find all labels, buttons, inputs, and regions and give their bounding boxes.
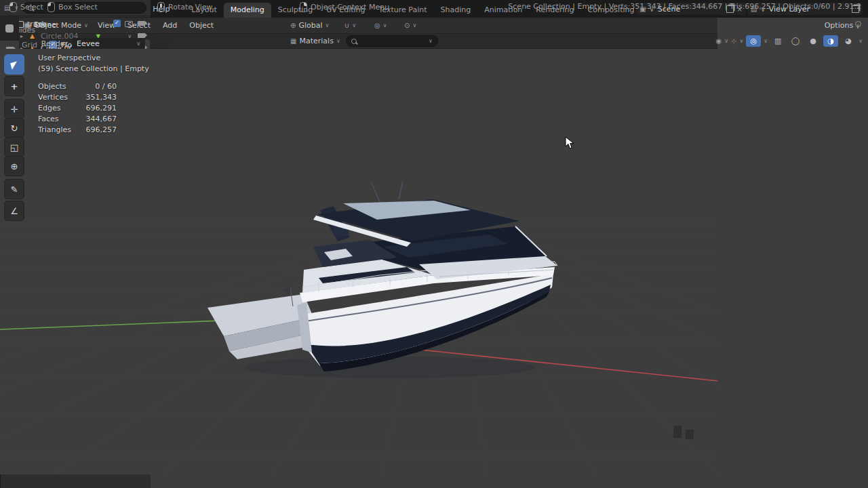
overlays-icon: ◎ [750, 37, 757, 45]
rotate-icon: ↻ [11, 123, 18, 134]
pin-icon[interactable] [855, 21, 861, 27]
visibility-dropdown[interactable]: ◉∨ [715, 37, 728, 45]
measure-icon: ∠ [10, 206, 18, 216]
gizmo-dropdown[interactable]: ⊙∨ [404, 22, 416, 29]
shading-dropdown-arrow[interactable]: ∨ [859, 38, 863, 44]
move-tool[interactable]: ✛ [4, 99, 24, 119]
cursor-tool[interactable]: + [4, 76, 24, 96]
hint-box-select: Box Select [47, 2, 98, 12]
expand-arrow-icon[interactable]: ▸ [20, 33, 23, 39]
tool-icon [5, 24, 14, 33]
menu-object[interactable]: Object [186, 21, 216, 30]
gizmo-icon: ⊙ [404, 22, 410, 29]
select-box-tool[interactable]: ◤ [4, 54, 24, 75]
snap-toggle[interactable]: ∪∨ [344, 22, 356, 29]
scene-icon: ▣ [23, 21, 29, 28]
active-context: (59) Scene Collection | Empty [38, 64, 149, 75]
hint-rotate-view: Rotate View [157, 2, 213, 12]
camera-icon[interactable] [138, 21, 145, 26]
mesh-icon: ▲ [30, 33, 35, 39]
right-mouse-icon [300, 2, 307, 12]
options-dropdown[interactable]: Options∨ [825, 21, 860, 30]
hint-context-menu: Object Context Menu [300, 2, 389, 12]
annotate-tool[interactable]: ✎ [4, 179, 24, 199]
tab-shading[interactable]: Shading [434, 3, 478, 18]
search-icon [351, 39, 357, 44]
material-search-input[interactable]: ∨ [346, 35, 438, 47]
solid-sphere-icon: ● [810, 37, 816, 45]
breadcrumb-scene[interactable]: Scene [33, 20, 56, 29]
gizmos-icon: ⊹ [731, 37, 736, 45]
stat-faces: Faces344,667 [38, 114, 117, 125]
xray-toggle[interactable]: ▥ [770, 35, 785, 47]
xray-icon: ▥ [774, 37, 781, 45]
view-name: User Perspective [38, 53, 149, 64]
scale-tool[interactable]: ◱ [4, 137, 24, 157]
mouse-cursor [565, 136, 574, 150]
collection-checkbox[interactable] [113, 20, 121, 27]
rotate-tool[interactable]: ↻ [4, 118, 24, 138]
materials-icon: ▦ [290, 37, 296, 45]
overlays-dropdown-arrow[interactable]: ∨ [764, 38, 768, 44]
screen-icon[interactable] [125, 21, 133, 27]
menu-add[interactable]: Add [160, 21, 180, 30]
left-mouse-drag-icon [47, 2, 55, 12]
gizmos-dropdown[interactable]: ⊹∨ [731, 37, 743, 45]
hint-select: Select [9, 2, 43, 12]
shading-wireframe-button[interactable]: ◯ [788, 35, 803, 47]
cursor-arrow-icon: ◤ [9, 58, 19, 70]
transform-tool[interactable]: ⊕ [4, 156, 24, 176]
stat-objects: Objects0 / 60 [38, 81, 117, 92]
render-engine-dropdown[interactable]: Eevee∨ [72, 38, 145, 49]
scene-statistics: Scene Collection | Empty | Verts:351,343… [508, 2, 861, 11]
stat-edges: Edges696,291 [38, 103, 117, 114]
tab-tool[interactable] [0, 20, 19, 37]
stat-vertices: Vertices351,343 [38, 92, 117, 103]
shading-rendered-button[interactable]: ◕ [841, 35, 856, 47]
globe-icon: ⊕ [290, 22, 296, 29]
proportional-icon: ◎ [374, 22, 380, 29]
rendered-sphere-icon: ◕ [845, 37, 852, 45]
tab-modeling[interactable]: Modeling [224, 3, 271, 18]
transform-orientation-selector[interactable]: ⊕ Global∨ [290, 21, 329, 30]
show-overlays-toggle[interactable]: ◎ [746, 35, 761, 47]
proportional-editing-toggle[interactable]: ◎∨ [374, 22, 387, 29]
breadcrumb: ▣ Scene [23, 20, 56, 29]
scale-icon: ◱ [10, 142, 18, 152]
eye-icon: ◉ [715, 37, 722, 45]
shading-material-button[interactable]: ◑ [823, 35, 838, 47]
camera-icon[interactable] [138, 33, 145, 38]
viewport-info-overlay: User Perspective (59) Scene Collection |… [38, 53, 149, 136]
materials-dropdown[interactable]: ▦ Materials∨ [290, 37, 340, 45]
stat-triangles: Triangles696,257 [38, 125, 117, 136]
wireframe-sphere-icon: ◯ [791, 37, 800, 45]
magnet-icon: ∪ [344, 22, 349, 29]
shading-solid-button[interactable]: ● [806, 35, 821, 47]
middle-mouse-icon [157, 2, 165, 12]
pen-icon: ✎ [11, 184, 18, 195]
material-sphere-icon: ◑ [827, 37, 834, 45]
move-icon: ✛ [11, 104, 18, 115]
measure-tool[interactable]: ∠ [4, 201, 24, 221]
3d-cursor-icon: + [11, 81, 18, 92]
left-mouse-icon [9, 2, 17, 12]
transform-icon: ⊕ [11, 161, 18, 171]
